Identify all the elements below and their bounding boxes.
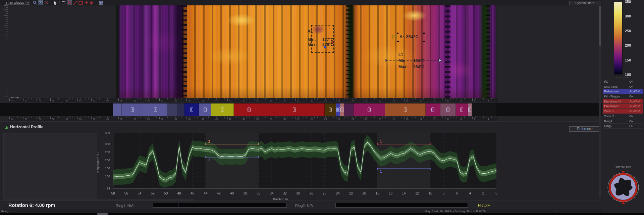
ruler-tick-label: 10 [447, 99, 449, 102]
zone-block-17[interactable]: ! [426, 103, 440, 116]
colorbar-tick-label: 350 [625, 0, 631, 4]
zone-block-8[interactable]: ! [211, 103, 234, 116]
marker-a-handle[interactable] [423, 41, 425, 42]
y-axis-tick-labels: 36930025020015010024 [97, 133, 112, 188]
overall-kiln-title: Overall kiln [604, 165, 642, 169]
main-toolbar: Fit to Window v [0, 0, 602, 5]
status-row-zone-1[interactable]: Zone 1ALARM [603, 109, 643, 114]
ruler-tick-label: 46 [202, 99, 204, 102]
ruler-tick-label: 66 [65, 118, 68, 120]
search-icon[interactable] [32, 0, 37, 5]
ruler-tick-label: 24 [352, 99, 354, 102]
draw-cross-icon[interactable] [84, 0, 89, 5]
ruler-tick-label: 72 [25, 99, 27, 102]
zone-block-7[interactable]: ! [199, 103, 211, 116]
ruler-tick-label: 70 [38, 118, 41, 120]
marker-a-label[interactable]: A: 254°C [399, 34, 419, 39]
status-row-i-o[interactable]: I/OOk [603, 79, 643, 84]
x-tick-label: 50 [162, 191, 170, 195]
view-mode-select[interactable]: Fit to Window [5, 1, 25, 5]
line-l1-end-point[interactable] [438, 59, 441, 62]
profile-chart-plot[interactable]: 2211 [113, 133, 496, 188]
panel-splitter-handle[interactable]: ········· [607, 76, 639, 79]
zone-block-1[interactable] [113, 103, 122, 116]
ruler-tick-label: 38 [256, 118, 259, 120]
status-row-envelope-h[interactable]: Envelope-HALARM [603, 99, 643, 104]
marker-a-handle[interactable] [423, 33, 425, 34]
zone-alarm-icon: ! [221, 108, 224, 112]
zone-alarm-icon: ! [154, 108, 157, 112]
zone-block-6[interactable]: ! [184, 103, 199, 116]
system-state-button[interactable]: System State [569, 1, 600, 5]
thermal-image-view[interactable]: A1 Min:177°C Max:279°C A: 254°C L1 Min:1… [116, 5, 496, 98]
zone-block-19[interactable]: ! [456, 103, 468, 116]
ruler-tick-label: 20 [379, 99, 381, 102]
panel-splitter-handle[interactable]: ········· [607, 129, 639, 132]
status-row-scanners[interactable]: ScannersOk [603, 84, 643, 89]
zone-block-5[interactable] [178, 103, 184, 116]
zone-block-2[interactable]: ! [122, 103, 143, 116]
calendar-icon[interactable] [98, 0, 103, 5]
zone-block-13[interactable]: ! [340, 103, 344, 116]
ruler-tick-label: 4 [488, 118, 489, 120]
zone-block-14[interactable] [344, 103, 354, 116]
zone-alarm-icon: ! [190, 108, 193, 112]
draw-rect-icon[interactable] [78, 0, 83, 5]
ruler-tick-label: 14 [420, 118, 422, 120]
zone-block-11[interactable]: ! [325, 103, 336, 116]
marker-a-handle[interactable] [397, 41, 399, 42]
position-ruler-top: 7472706866646260585654525048464442403836… [9, 98, 498, 102]
status-row-refractory[interactable]: RefractoryALARM [603, 89, 643, 94]
vertical-scrollbar[interactable] [599, 5, 601, 198]
draw-line-icon[interactable] [73, 0, 78, 5]
reference-button[interactable]: Reference [569, 126, 600, 132]
view-mode-caret[interactable]: v [26, 1, 30, 5]
scrollbar-thumb[interactable] [599, 6, 601, 46]
status-bar-divider [555, 210, 555, 212]
status-row-ring1[interactable]: Ring1Ok [603, 119, 643, 124]
line-l1-start-point[interactable] [385, 59, 387, 61]
zone-block-21[interactable] [472, 103, 497, 116]
zone-block-12[interactable]: !! [336, 103, 340, 116]
status-row-ring2[interactable]: Ring2Ok [603, 124, 643, 129]
x-tick-label: 54 [136, 191, 144, 195]
history-link[interactable]: History [478, 203, 490, 207]
area-a1-min: Min:177°C [308, 37, 334, 42]
zone-block-15[interactable]: ! [354, 103, 385, 116]
ruler-tick-label: 30 [311, 118, 313, 120]
status-row-envelope-l[interactable]: Envelope-LALARM [603, 104, 643, 109]
x-tick-label: 44 [202, 191, 210, 195]
colorbar-tick-label: 250 [625, 29, 631, 33]
ruler-tick-label: 50 [174, 99, 177, 102]
marker-a-icon[interactable] [392, 35, 397, 39]
svg-text:1: 1 [380, 140, 382, 143]
ruler-tick-label: 26 [338, 99, 340, 102]
image-tool-icon[interactable] [38, 0, 43, 5]
status-row-kiln-trigger[interactable]: Kiln-TriggerOk [603, 94, 643, 99]
zone-block-16[interactable]: ! [385, 103, 426, 116]
ruler-tick-label: 26 [338, 118, 340, 120]
ruler-tick-label: 12 [433, 118, 436, 120]
zone-block-4[interactable] [168, 103, 178, 116]
taskbar-peek-item [97, 213, 108, 215]
x-tick-label: 8 [439, 191, 447, 195]
ruler-tick-label: 60 [106, 118, 109, 120]
ruler-tick-label: 74 [11, 99, 13, 102]
zone-block-3[interactable]: ! [143, 103, 168, 116]
zone-block-9[interactable]: ! [234, 103, 264, 116]
draw-crosshair-icon[interactable] [89, 0, 94, 5]
cursor-tool-icon[interactable] [53, 0, 58, 5]
y-tick-label: 150 [105, 167, 110, 170]
zone-block-18[interactable]: ! [440, 103, 456, 116]
ring1-readout: Ring1: N/A [116, 204, 133, 208]
delete-annotation-icon[interactable] [67, 0, 72, 5]
area-a1-max: Max:279°C [308, 42, 334, 47]
ruler-tick-label: 58 [120, 118, 122, 120]
zone-block-10[interactable]: ! [264, 103, 325, 116]
close-image-icon[interactable] [44, 0, 49, 5]
status-row-zone-2[interactable]: Zone 2Ok [603, 114, 643, 119]
zone-block-20[interactable]: ! [468, 103, 472, 116]
ruler-tick-label: 28 [324, 99, 327, 102]
select-region-icon[interactable] [61, 0, 66, 5]
marker-a-handle[interactable] [397, 33, 398, 34]
